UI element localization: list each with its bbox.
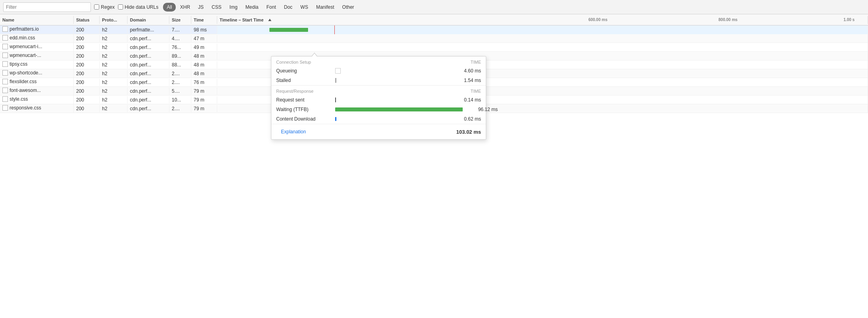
col-header-time[interactable]: Time (191, 16, 217, 24)
row-size: 10... (169, 96, 191, 103)
row-size: 5.... (169, 88, 191, 95)
row-domain: perfmatte... (128, 26, 169, 33)
timeline-sort-icon (268, 19, 271, 21)
row-size: 76... (169, 44, 191, 51)
stalled-bar-stub (335, 78, 336, 83)
row-domain: cdn.perf... (128, 96, 169, 103)
table-row[interactable]: edd.min.css 200 h2 cdn.perf... 4.... 47 … (0, 34, 868, 43)
filter-btn-manifest[interactable]: Manifest (312, 3, 338, 12)
col-header-timeline[interactable]: Timeline – Start Time 600.00 ms 800.00 m… (217, 16, 868, 24)
col-header-name[interactable]: Name (0, 16, 74, 24)
popup-content-download-row: Content Download 0.62 ms (271, 114, 486, 124)
col-header-proto[interactable]: Proto... (100, 16, 128, 24)
file-icon (2, 88, 8, 93)
row-timeline (217, 43, 868, 52)
filter-btn-js[interactable]: JS (194, 3, 207, 12)
connection-setup-label: Connection Setup (276, 60, 311, 64)
popup-queueing-row: Queueing 4.60 ms (271, 66, 486, 76)
row-domain: cdn.perf... (128, 35, 169, 42)
row-status: 200 (74, 35, 100, 42)
table-row[interactable]: wpmenucart-i... 200 h2 cdn.perf... 76...… (0, 43, 868, 52)
row-timeline (217, 25, 868, 34)
hide-data-urls-checkbox[interactable] (118, 4, 123, 10)
row-status: 200 (74, 79, 100, 86)
file-icon (2, 105, 8, 111)
row-proto: h2 (100, 61, 128, 68)
filter-btn-other[interactable]: Other (339, 3, 358, 12)
content-download-label: Content Download (276, 116, 332, 122)
hide-data-urls-checkbox-group: Hide data URLs (118, 4, 159, 10)
filter-btn-img[interactable]: Img (226, 3, 241, 12)
row-size: 7.... (169, 26, 191, 33)
filter-btn-xhr[interactable]: XHR (177, 3, 194, 12)
row-time: 79 m (191, 96, 217, 103)
row-domain: cdn.perf... (128, 53, 169, 60)
filter-btn-ws[interactable]: WS (297, 3, 312, 12)
file-icon (2, 26, 8, 32)
queueing-bar-stub (335, 68, 341, 74)
row-time: 48 m (191, 70, 217, 77)
hide-data-urls-label: Hide data URLs (125, 4, 159, 10)
row-proto: h2 (100, 105, 128, 112)
timeline-header-title: Timeline – Start Time (220, 18, 263, 22)
row-status: 200 (74, 61, 100, 68)
row-time: 49 m (191, 44, 217, 51)
row-size: 2.... (169, 79, 191, 86)
file-icon (2, 44, 8, 49)
row-proto: h2 (100, 26, 128, 33)
regex-label: Regex (101, 4, 115, 10)
col-header-size[interactable]: Size (169, 16, 191, 24)
row-status: 200 (74, 26, 100, 33)
col-header-status[interactable]: Status (74, 16, 100, 24)
filter-btn-css[interactable]: CSS (208, 3, 225, 12)
filter-input[interactable] (3, 2, 91, 12)
file-icon (2, 96, 8, 102)
row-name: flexslider.css (0, 78, 74, 86)
row-timeline (217, 34, 868, 43)
tl-label-600: 600.00 ms (588, 18, 607, 22)
row-name: tipsy.css (0, 60, 74, 69)
row-proto: h2 (100, 88, 128, 95)
row-proto: h2 (100, 96, 128, 103)
row-time: 48 m (191, 53, 217, 60)
timeline-bar (269, 28, 308, 32)
row-name: wpmenucart-i... (0, 43, 74, 51)
row-time: 47 m (191, 35, 217, 42)
timing-popup: Connection Setup TIME Queueing 4.60 ms S… (271, 56, 486, 140)
filter-btn-media[interactable]: Media (242, 3, 262, 12)
queueing-label: Queueing (276, 68, 332, 74)
row-time: 79 m (191, 105, 217, 112)
stalled-label: Stalled (276, 78, 332, 83)
toolbar: Regex Hide data URLs All XHR JS CSS Img … (0, 0, 868, 14)
regex-checkbox[interactable] (94, 4, 99, 10)
filter-btn-doc[interactable]: Doc (281, 3, 296, 12)
row-status: 200 (74, 70, 100, 77)
filter-type-buttons: All XHR JS CSS Img Media Font Doc WS Man… (163, 3, 357, 12)
row-domain: cdn.perf... (128, 88, 169, 95)
row-size: 89... (169, 53, 191, 60)
row-domain: cdn.perf... (128, 70, 169, 77)
regex-checkbox-group: Regex (94, 4, 115, 10)
row-name: wp-shortcode... (0, 69, 74, 78)
explanation-link[interactable]: Explanation (276, 126, 311, 138)
row-status: 200 (74, 44, 100, 51)
table-row[interactable]: perfmatters.io 200 h2 perfmatte... 7....… (0, 25, 868, 34)
row-name: perfmatters.io (0, 25, 74, 34)
request-response-label: Request/Response (276, 89, 314, 94)
connection-setup-time-header: TIME (471, 60, 481, 64)
request-sent-label: Request sent (276, 97, 332, 103)
file-icon (2, 70, 8, 76)
row-proto: h2 (100, 70, 128, 77)
filter-btn-all[interactable]: All (163, 3, 175, 12)
row-size: 2.... (169, 105, 191, 112)
stalled-bar-area (335, 77, 446, 84)
col-header-domain[interactable]: Domain (128, 16, 169, 24)
content-download-time: 0.62 ms (449, 116, 481, 122)
row-time: 98 ms (191, 26, 217, 33)
filter-btn-font[interactable]: Font (263, 3, 280, 12)
table-header: Name Status Proto... Domain Size Time Ti… (0, 14, 868, 25)
row-domain: cdn.perf... (128, 44, 169, 51)
request-sent-bar-stub (335, 98, 336, 102)
row-name: edd.min.css (0, 34, 74, 43)
waiting-ttfb-time: 96.12 ms (466, 107, 498, 112)
